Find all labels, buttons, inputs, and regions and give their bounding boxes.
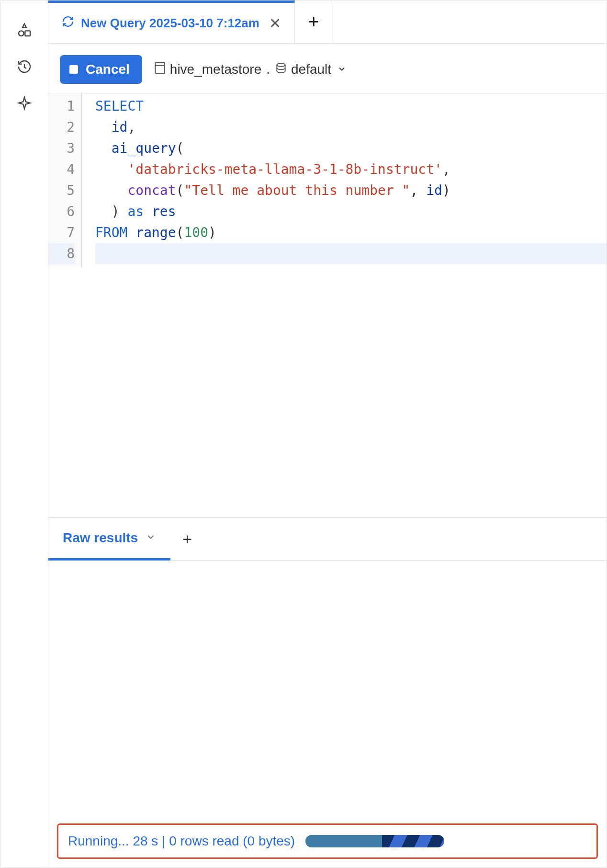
catalog-selector[interactable]: hive_metastore . default xyxy=(154,61,347,79)
editor-spacer xyxy=(48,266,607,517)
status-bar: Running... 28 s | 0 rows read (0 bytes) xyxy=(57,823,598,859)
content: Cancel hive_metastore . default xyxy=(48,44,607,868)
line-number: 5 xyxy=(48,180,75,201)
app-root: New Query 2025-03-10 7:12am ✕ + Cancel h… xyxy=(0,0,607,868)
cancel-label: Cancel xyxy=(86,62,130,77)
code-line[interactable]: concat("Tell me about this number ", id) xyxy=(95,180,607,201)
progress-segment-a xyxy=(305,835,382,847)
raw-results-tab[interactable]: Raw results xyxy=(48,518,170,560)
code-area[interactable]: SELECT id, ai_query( 'databricks-meta-ll… xyxy=(82,94,607,266)
results-tabs: Raw results + xyxy=(48,518,607,561)
catalog-name: hive_metastore xyxy=(170,62,261,77)
add-results-tab-button[interactable]: + xyxy=(170,530,204,548)
toolbar: Cancel hive_metastore . default xyxy=(48,44,607,93)
catalog-icon xyxy=(154,61,166,79)
line-number: 8 xyxy=(48,243,75,264)
code-line[interactable]: 'databricks-meta-llama-3-1-8b-instruct', xyxy=(95,159,607,180)
code-line[interactable] xyxy=(95,243,607,264)
code-line[interactable]: FROM range(100) xyxy=(95,222,607,243)
separator: . xyxy=(265,62,271,77)
results-body: Running... 28 s | 0 rows read (0 bytes) xyxy=(48,561,607,868)
svg-rect-1 xyxy=(25,31,30,36)
tab-bar: New Query 2025-03-10 7:12am ✕ + xyxy=(48,0,607,44)
code-line[interactable]: ) as res xyxy=(95,201,607,222)
database-icon xyxy=(275,62,287,78)
history-icon[interactable] xyxy=(16,58,33,75)
tab-title: New Query 2025-03-10 7:12am xyxy=(81,16,259,31)
svg-point-0 xyxy=(19,31,24,36)
sparkle-icon[interactable] xyxy=(16,94,33,112)
svg-point-4 xyxy=(277,63,285,67)
cancel-button[interactable]: Cancel xyxy=(60,55,142,84)
line-number: 6 xyxy=(48,201,75,222)
code-line[interactable]: ai_query( xyxy=(95,138,607,159)
line-number: 1 xyxy=(48,96,75,117)
status-text: Running... 28 s | 0 rows read (0 bytes) xyxy=(68,834,295,849)
line-number: 2 xyxy=(48,117,75,138)
line-number: 3 xyxy=(48,138,75,159)
schema-name: default xyxy=(291,62,331,77)
main-panel: New Query 2025-03-10 7:12am ✕ + Cancel h… xyxy=(48,0,607,868)
stop-icon xyxy=(69,65,78,74)
results-tab-label: Raw results xyxy=(63,530,138,546)
new-tab-button[interactable]: + xyxy=(295,0,333,43)
svg-rect-2 xyxy=(155,62,164,74)
refresh-icon xyxy=(62,15,74,31)
line-number: 4 xyxy=(48,159,75,180)
query-tab[interactable]: New Query 2025-03-10 7:12am ✕ xyxy=(48,0,295,43)
code-line[interactable]: SELECT xyxy=(95,96,607,117)
chevron-down-icon[interactable] xyxy=(146,530,156,546)
progress-bar xyxy=(305,835,444,847)
sql-editor[interactable]: 12345678 SELECT id, ai_query( 'databrick… xyxy=(48,93,607,266)
left-sidebar xyxy=(0,0,48,868)
chevron-down-icon xyxy=(337,62,347,77)
code-line[interactable]: id, xyxy=(95,117,607,138)
shapes-icon[interactable] xyxy=(16,22,33,39)
progress-segment-b xyxy=(382,835,445,847)
results-panel: Raw results + Running... 28 s | 0 rows r… xyxy=(48,517,607,868)
line-number: 7 xyxy=(48,222,75,243)
line-gutter: 12345678 xyxy=(48,94,82,266)
close-icon[interactable]: ✕ xyxy=(269,15,281,32)
